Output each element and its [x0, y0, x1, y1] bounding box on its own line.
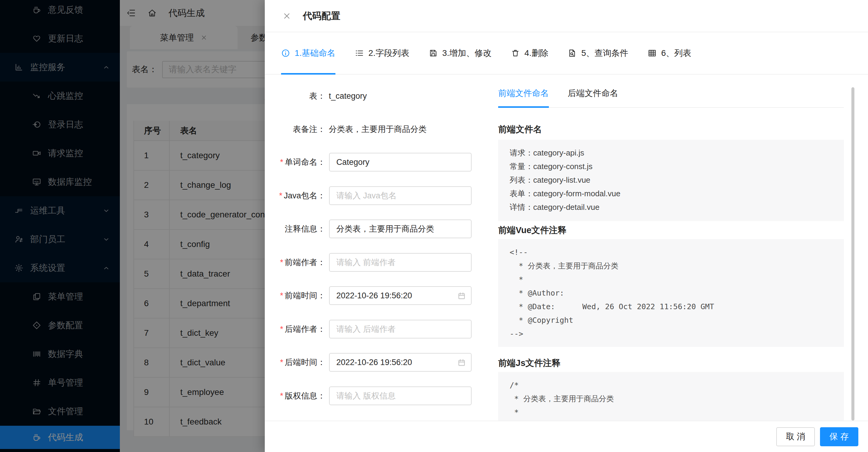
field-label: 注释信息： — [265, 223, 326, 234]
save-button[interactable]: 保 存 — [820, 427, 858, 446]
form-row-8: *后端时间：2022-10-26 19:56:20 — [265, 353, 472, 372]
form-row-2: *单词命名：Category — [265, 153, 472, 172]
section-file-list: 请求：category-api.js常量：category-const.js列表… — [498, 140, 844, 221]
field-value: 分类表，主要用于商品分类 — [329, 124, 427, 135]
step-tab-label: 5、查询条件 — [581, 48, 628, 59]
code-line: <!-- — [509, 245, 832, 259]
code-config-drawer: 代码配置 1.基础命名2.字段列表3.增加、修改4.删除5、查询条件6、列表 表… — [265, 0, 868, 452]
code-line: * — [509, 405, 832, 419]
field-value: t_category — [329, 91, 367, 101]
field-label: *单词命名： — [265, 157, 326, 168]
required-asterisk: * — [280, 158, 283, 167]
section-heading: 前端文件名 — [498, 123, 542, 135]
field-input-4[interactable]: 分类表，主要用于商品分类 — [329, 219, 472, 238]
step-tab-label: 2.字段列表 — [368, 48, 409, 59]
form-row-1: 表备注：分类表，主要用于商品分类 — [265, 120, 427, 139]
list-icon — [355, 49, 364, 58]
step-tab-1[interactable]: 1.基础命名 — [281, 32, 335, 74]
input-value: 2022-10-26 19:56:20 — [336, 358, 412, 367]
required-asterisk: * — [280, 325, 283, 334]
code-line: * 分类表，主要用于商品分类 — [509, 259, 832, 273]
drawer-footer: 取 消 保 存 — [265, 421, 868, 452]
form-row-6: *前端时间：2022-10-26 19:56:20 — [265, 286, 472, 305]
field-input-3[interactable]: 请输入 Java包名 — [329, 186, 472, 205]
file-naming-tabs: 前端文件命名后端文件命名 — [498, 74, 844, 108]
required-asterisk: * — [280, 358, 283, 367]
field-label: *版权信息： — [265, 390, 326, 401]
field-label: *前端时间： — [265, 290, 326, 301]
file-naming-panel: 前端文件命名后端文件命名 前端文件名请求：category-api.js常量：c… — [498, 74, 844, 421]
file-list-line: 常量：category-const.js — [509, 160, 832, 173]
step-tab-2[interactable]: 2.字段列表 — [355, 32, 409, 74]
field-label: *Java包名： — [265, 190, 326, 201]
field-label: *后端时间： — [265, 357, 326, 368]
field-label: *前端作者： — [265, 257, 326, 268]
input-placeholder: 请输入 后端作者 — [336, 324, 396, 335]
drawer-body: 表：t_category表备注：分类表，主要用于商品分类*单词命名：Catego… — [265, 74, 868, 421]
field-input-8[interactable]: 2022-10-26 19:56:20 — [329, 353, 472, 372]
file-list-line: 列表：category-list.vue — [509, 173, 832, 187]
step-tab-label: 4.删除 — [524, 48, 548, 59]
field-label: *后端作者： — [265, 324, 326, 335]
calendar-icon — [457, 358, 466, 367]
file-naming-tab-1[interactable]: 后端文件命名 — [567, 88, 618, 107]
input-placeholder: 请输入 前端作者 — [336, 257, 396, 268]
field-input-5[interactable]: 请输入 前端作者 — [329, 253, 472, 272]
section-code-block: /* * 分类表，主要用于商品分类 * * @Author: — [498, 372, 844, 421]
calendar-icon — [457, 291, 466, 300]
table-icon — [648, 49, 657, 58]
field-input-7[interactable]: 请输入 后端作者 — [329, 320, 472, 338]
file-search-icon — [567, 49, 577, 58]
step-tab-6[interactable]: 6、列表 — [648, 32, 691, 74]
save-icon — [429, 49, 438, 58]
code-line: * 分类表，主要用于商品分类 — [509, 392, 832, 405]
step-tab-4[interactable]: 4.删除 — [511, 32, 548, 74]
step-tab-label: 3.增加、修改 — [442, 48, 492, 59]
form-row-7: *后端作者：请输入 后端作者 — [265, 320, 472, 338]
file-list-line: 详情：category-detail.vue — [509, 201, 832, 214]
required-asterisk: * — [279, 191, 282, 200]
drawer-title: 代码配置 — [303, 10, 340, 22]
field-input-9[interactable]: 请输入 版权信息 — [329, 387, 472, 405]
info-circle-icon — [281, 49, 290, 58]
form-row-4: 注释信息：分类表，主要用于商品分类 — [265, 219, 472, 238]
field-label: 表： — [265, 91, 326, 101]
step-tab-5[interactable]: 5、查询条件 — [567, 32, 628, 74]
input-value: 分类表，主要用于商品分类 — [336, 223, 434, 234]
input-placeholder: 请输入 Java包名 — [336, 190, 397, 201]
code-line: --> — [509, 327, 832, 340]
code-line: /* — [509, 378, 832, 392]
form-row-9: *版权信息：请输入 版权信息 — [265, 387, 472, 405]
close-icon[interactable] — [282, 11, 291, 21]
required-asterisk: * — [280, 258, 283, 267]
form-row-3: *Java包名：请输入 Java包名 — [265, 186, 472, 205]
code-line: * — [509, 273, 832, 286]
required-asterisk: * — [280, 291, 283, 300]
code-line: * @Author: — [509, 286, 832, 300]
cancel-button[interactable]: 取 消 — [776, 427, 815, 446]
drawer-header: 代码配置 — [265, 0, 868, 32]
step-tab-label: 6、列表 — [661, 48, 691, 59]
field-input-2[interactable]: Category — [329, 153, 472, 172]
code-line: * @Copyright — [509, 313, 832, 327]
field-input-6[interactable]: 2022-10-26 19:56:20 — [329, 286, 472, 305]
input-placeholder: 请输入 版权信息 — [336, 390, 396, 401]
step-tabs: 1.基础命名2.字段列表3.增加、修改4.删除5、查询条件6、列表 — [265, 32, 868, 74]
input-value: Category — [336, 158, 370, 167]
section-heading: 前端Js文件注释 — [498, 357, 560, 369]
file-list-line: 表单：category-form-modal.vue — [509, 187, 832, 201]
step-tab-3[interactable]: 3.增加、修改 — [429, 32, 492, 74]
code-line: * @Date: Wed, 26 Oct 2022 11:56:20 GMT — [509, 300, 832, 313]
input-value: 2022-10-26 19:56:20 — [336, 291, 412, 300]
field-label: 表备注： — [265, 124, 326, 135]
file-naming-tab-0[interactable]: 前端文件命名 — [498, 88, 549, 107]
drawer-mask[interactable] — [0, 0, 265, 452]
delete-icon — [511, 49, 520, 58]
file-list-line: 请求：category-api.js — [509, 146, 832, 160]
form-row-0: 表：t_category — [265, 87, 367, 106]
section-code-block: <!-- * 分类表，主要用于商品分类 * * @Author: * @Date… — [498, 239, 844, 347]
drawer-scrollbar[interactable] — [851, 87, 855, 421]
step-tab-label: 1.基础命名 — [294, 48, 335, 59]
required-asterisk: * — [280, 391, 283, 400]
section-heading: 前端Vue文件注释 — [498, 224, 566, 236]
